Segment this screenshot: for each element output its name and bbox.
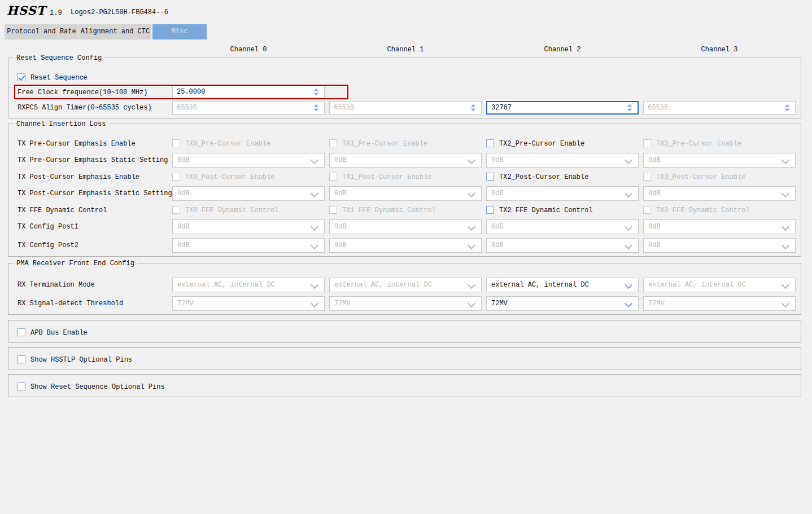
chevron-down-icon xyxy=(468,241,475,249)
tx-ffe-dynamic-checkbox-ch3 xyxy=(643,206,651,214)
chevron-down-icon xyxy=(311,223,318,231)
tx-pre-cursor-enable-label-ch2: TX2_Pre-Cursor Enable xyxy=(499,140,584,148)
show-reset-sequence-optional-pins-checkbox[interactable] xyxy=(18,383,25,390)
tx-config-post2-select-ch2: 0dB xyxy=(486,238,639,253)
tx-ffe-dynamic-row-label: TX FFE Dynamic Control xyxy=(18,207,107,214)
rxpcs-value-ch0: 65535 xyxy=(177,104,197,112)
rxpcs-value-ch2: 32767 xyxy=(491,104,512,112)
spinner-up-icon[interactable] xyxy=(627,104,632,107)
tx-config-post1-select-ch0: 0dB xyxy=(172,219,325,234)
show-hsstlp-optional-pins-checkbox[interactable] xyxy=(18,355,25,363)
channel-header-0: Channel 0 xyxy=(172,46,325,54)
tx-post-cursor-enable-row-label: TX Post-Cursor Emphasis Enable xyxy=(18,173,139,181)
rx-signal-detect-threshold-select-ch2[interactable]: 72MV xyxy=(486,296,639,311)
tx-pre-cursor-enable-checkbox-ch1 xyxy=(329,139,337,147)
tx-pre-cursor-enable-checkbox-ch2[interactable] xyxy=(486,139,494,147)
chevron-down-icon xyxy=(625,281,632,289)
spinner-down-icon[interactable] xyxy=(314,93,318,96)
chevron-down-icon xyxy=(782,281,789,289)
channel-insertion-loss-title: Channel Insertion Loss xyxy=(14,120,108,128)
rx-termination-mode-select-ch1: external AC, internal DC xyxy=(329,278,482,292)
tx-post-cursor-static-select-ch2: 0dB xyxy=(486,186,639,201)
device-name: Logos2-PG2L50H-FBG484--6 xyxy=(71,8,168,16)
rx-termination-mode-select-ch2[interactable]: external AC, internal DC xyxy=(486,278,639,292)
tx-config-post1-select-ch2: 0dB xyxy=(486,219,639,234)
select-value: 0dB xyxy=(334,223,347,231)
tx-config-post2-row-label: TX Config Post2 xyxy=(18,241,78,249)
spinner-icons[interactable] xyxy=(627,104,632,112)
chevron-down-icon xyxy=(468,281,475,289)
select-value: 0dB xyxy=(334,156,347,164)
select-value: 72MV xyxy=(177,300,194,307)
free-clock-frequency-input[interactable]: 25.0000 xyxy=(172,86,325,98)
tx-pre-cursor-static-select-ch2: 0dB xyxy=(486,153,639,168)
tx-post-cursor-enable-label-ch3: TX3_Post-Cursor Enable xyxy=(656,173,745,181)
chevron-down-icon xyxy=(782,190,789,197)
tx-post-cursor-static-select-ch0: 0dB xyxy=(172,186,325,201)
chevron-down-icon xyxy=(625,300,632,307)
spinner-up-icon xyxy=(314,104,318,107)
select-value: 0dB xyxy=(334,190,347,197)
select-value: 0dB xyxy=(491,156,504,164)
tx-post-cursor-enable-checkbox-ch0 xyxy=(172,173,180,181)
spinner-down-icon xyxy=(785,109,789,112)
rxpcs-align-timer-input-ch0: 65535 xyxy=(172,101,325,115)
select-value: 0dB xyxy=(177,156,190,164)
app-logo: HSST xyxy=(7,3,46,17)
pma-receiver-front-end-config-title: PMA Receiver Front End Config xyxy=(14,260,137,267)
tx-ffe-dynamic-label-ch3: TX3 FFE Dynamic Control xyxy=(656,207,750,214)
spinner-down-icon[interactable] xyxy=(627,109,632,112)
chevron-down-icon xyxy=(625,190,632,197)
spinner-icons xyxy=(785,104,789,112)
tx-post-cursor-static-select-ch1: 0dB xyxy=(329,186,482,201)
chevron-down-icon xyxy=(782,300,789,307)
rx-termination-mode-select-ch3: external AC, internal DC xyxy=(643,278,796,292)
spinner-icons[interactable] xyxy=(314,89,318,96)
tx-ffe-dynamic-label-ch0: TX0 FFE Dynamic Control xyxy=(185,207,279,214)
reset-sequence-checkbox[interactable] xyxy=(18,73,25,81)
spinner-icons xyxy=(471,104,475,112)
tx-post-cursor-static-row-label: TX Post-Cursor Emphasis Static Setting xyxy=(18,190,172,197)
select-value: 72MV xyxy=(491,300,508,307)
tx-config-post1-select-ch3: 0dB xyxy=(643,219,796,234)
select-value: 72MV xyxy=(334,300,351,307)
free-clock-label: Free Clock frequence(10~100 MHz) xyxy=(18,89,147,96)
tx-pre-cursor-enable-checkbox-ch0 xyxy=(172,139,180,147)
rxpcs-align-timer-input-ch2[interactable]: 32767 xyxy=(486,101,639,115)
tab-misc[interactable]: Misc xyxy=(152,24,207,39)
select-value: 0dB xyxy=(648,190,661,197)
chevron-down-icon xyxy=(311,300,318,307)
tx-post-cursor-enable-checkbox-ch2[interactable] xyxy=(486,173,494,181)
select-value: 0dB xyxy=(177,190,190,197)
tx-config-post2-select-ch0: 0dB xyxy=(172,238,325,253)
select-value: external AC, internal DC xyxy=(177,281,275,289)
rx-signal-detect-threshold-select-ch0: 72MV xyxy=(172,296,325,311)
spinner-icons xyxy=(314,104,318,112)
tx-post-cursor-static-select-ch3: 0dB xyxy=(643,186,796,201)
rx-termination-mode-select-ch0: external AC, internal DC xyxy=(172,278,325,292)
rx-signal-detect-threshold-select-ch3: 72MV xyxy=(643,296,796,311)
chevron-down-icon xyxy=(782,241,789,249)
tx-pre-cursor-static-row-label: TX Pre-Cursor Emphasis Static Setting xyxy=(18,156,168,164)
tx-pre-cursor-enable-label-ch1: TX1_Pre-Cursor Enable xyxy=(342,140,427,148)
tx-config-post2-select-ch1: 0dB xyxy=(329,238,482,253)
tab-protocol-and-rate[interactable]: Protocol and Rate xyxy=(5,24,78,39)
spinner-down-icon xyxy=(314,109,318,112)
spinner-up-icon[interactable] xyxy=(314,89,318,91)
tab-alignment-and-ctc[interactable]: Alignment and CTC xyxy=(79,24,151,39)
tx-config-post1-row-label: TX Config Post1 xyxy=(18,223,78,231)
channel-header-3: Channel 3 xyxy=(643,46,796,54)
rxpcs-align-timer-input-ch3: 65535 xyxy=(643,101,796,115)
rxpcs-align-timer-label: RXPCS Align Timer(0~65535 cycles) xyxy=(18,104,152,112)
chevron-down-icon xyxy=(468,190,475,197)
tx-post-cursor-enable-checkbox-ch3 xyxy=(643,173,651,181)
apb-bus-enable-checkbox[interactable] xyxy=(18,328,25,336)
tx-config-post1-select-ch1: 0dB xyxy=(329,219,482,234)
select-value: external AC, internal DC xyxy=(648,281,746,289)
select-value: 0dB xyxy=(177,241,190,249)
tx-ffe-dynamic-checkbox-ch2[interactable] xyxy=(486,206,494,214)
chevron-down-icon xyxy=(468,300,475,307)
rxpcs-value-ch1: 65535 xyxy=(334,104,354,112)
select-value: 0dB xyxy=(648,241,661,249)
rx-signal-detect-threshold-row-label: RX Signal-detect Threshold xyxy=(18,300,123,307)
